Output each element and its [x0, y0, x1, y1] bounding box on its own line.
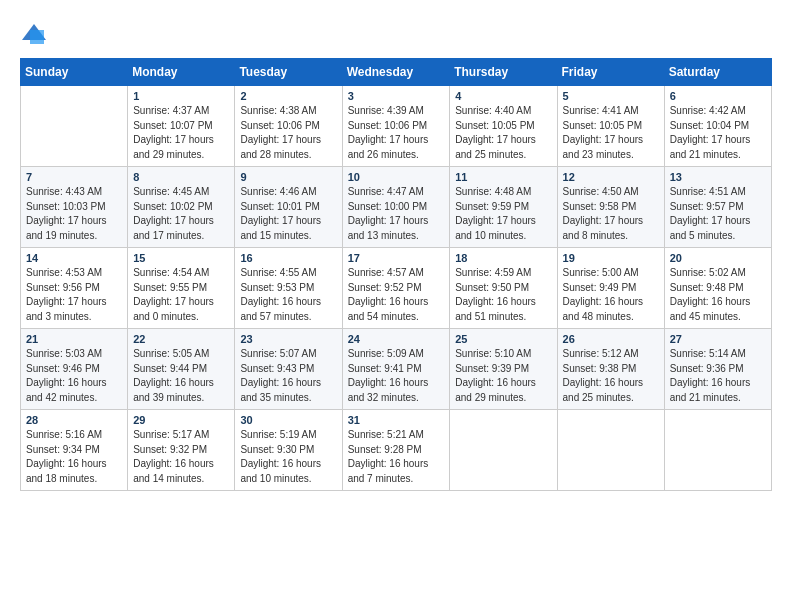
calendar-cell: 9Sunrise: 4:46 AM Sunset: 10:01 PM Dayli…: [235, 167, 342, 248]
calendar-cell: 24Sunrise: 5:09 AM Sunset: 9:41 PM Dayli…: [342, 329, 450, 410]
logo-icon: [20, 20, 48, 48]
day-info: Sunrise: 5:14 AM Sunset: 9:36 PM Dayligh…: [670, 347, 766, 405]
weekday-header: Saturday: [664, 59, 771, 86]
calendar-cell: 14Sunrise: 4:53 AM Sunset: 9:56 PM Dayli…: [21, 248, 128, 329]
day-info: Sunrise: 5:00 AM Sunset: 9:49 PM Dayligh…: [563, 266, 659, 324]
day-info: Sunrise: 5:05 AM Sunset: 9:44 PM Dayligh…: [133, 347, 229, 405]
day-info: Sunrise: 4:48 AM Sunset: 9:59 PM Dayligh…: [455, 185, 551, 243]
calendar-cell: 16Sunrise: 4:55 AM Sunset: 9:53 PM Dayli…: [235, 248, 342, 329]
day-number: 28: [26, 414, 122, 426]
day-info: Sunrise: 4:57 AM Sunset: 9:52 PM Dayligh…: [348, 266, 445, 324]
day-info: Sunrise: 5:02 AM Sunset: 9:48 PM Dayligh…: [670, 266, 766, 324]
day-info: Sunrise: 4:40 AM Sunset: 10:05 PM Daylig…: [455, 104, 551, 162]
day-info: Sunrise: 4:37 AM Sunset: 10:07 PM Daylig…: [133, 104, 229, 162]
day-number: 19: [563, 252, 659, 264]
calendar-cell: [557, 410, 664, 491]
day-info: Sunrise: 5:09 AM Sunset: 9:41 PM Dayligh…: [348, 347, 445, 405]
day-number: 17: [348, 252, 445, 264]
calendar-cell: 19Sunrise: 5:00 AM Sunset: 9:49 PM Dayli…: [557, 248, 664, 329]
calendar-cell: 23Sunrise: 5:07 AM Sunset: 9:43 PM Dayli…: [235, 329, 342, 410]
day-info: Sunrise: 5:17 AM Sunset: 9:32 PM Dayligh…: [133, 428, 229, 486]
weekday-header: Tuesday: [235, 59, 342, 86]
day-number: 3: [348, 90, 445, 102]
day-info: Sunrise: 5:03 AM Sunset: 9:46 PM Dayligh…: [26, 347, 122, 405]
day-number: 26: [563, 333, 659, 345]
day-info: Sunrise: 4:47 AM Sunset: 10:00 PM Daylig…: [348, 185, 445, 243]
day-info: Sunrise: 5:12 AM Sunset: 9:38 PM Dayligh…: [563, 347, 659, 405]
calendar-cell: 8Sunrise: 4:45 AM Sunset: 10:02 PM Dayli…: [128, 167, 235, 248]
calendar-cell: 25Sunrise: 5:10 AM Sunset: 9:39 PM Dayli…: [450, 329, 557, 410]
day-number: 4: [455, 90, 551, 102]
day-number: 14: [26, 252, 122, 264]
calendar-cell: 6Sunrise: 4:42 AM Sunset: 10:04 PM Dayli…: [664, 86, 771, 167]
day-number: 1: [133, 90, 229, 102]
calendar-cell: [21, 86, 128, 167]
calendar-cell: 30Sunrise: 5:19 AM Sunset: 9:30 PM Dayli…: [235, 410, 342, 491]
weekday-header: Thursday: [450, 59, 557, 86]
day-number: 8: [133, 171, 229, 183]
calendar-cell: 12Sunrise: 4:50 AM Sunset: 9:58 PM Dayli…: [557, 167, 664, 248]
day-number: 29: [133, 414, 229, 426]
day-number: 16: [240, 252, 336, 264]
day-number: 7: [26, 171, 122, 183]
day-number: 9: [240, 171, 336, 183]
day-number: 5: [563, 90, 659, 102]
day-info: Sunrise: 5:16 AM Sunset: 9:34 PM Dayligh…: [26, 428, 122, 486]
svg-marker-2: [30, 30, 44, 44]
day-info: Sunrise: 4:53 AM Sunset: 9:56 PM Dayligh…: [26, 266, 122, 324]
calendar-cell: 5Sunrise: 4:41 AM Sunset: 10:05 PM Dayli…: [557, 86, 664, 167]
weekday-header: Wednesday: [342, 59, 450, 86]
day-number: 21: [26, 333, 122, 345]
calendar-cell: 31Sunrise: 5:21 AM Sunset: 9:28 PM Dayli…: [342, 410, 450, 491]
calendar-cell: 13Sunrise: 4:51 AM Sunset: 9:57 PM Dayli…: [664, 167, 771, 248]
day-number: 15: [133, 252, 229, 264]
day-info: Sunrise: 4:51 AM Sunset: 9:57 PM Dayligh…: [670, 185, 766, 243]
calendar-week-row: 7Sunrise: 4:43 AM Sunset: 10:03 PM Dayli…: [21, 167, 772, 248]
calendar-cell: 10Sunrise: 4:47 AM Sunset: 10:00 PM Dayl…: [342, 167, 450, 248]
calendar-cell: 28Sunrise: 5:16 AM Sunset: 9:34 PM Dayli…: [21, 410, 128, 491]
day-info: Sunrise: 4:46 AM Sunset: 10:01 PM Daylig…: [240, 185, 336, 243]
day-number: 24: [348, 333, 445, 345]
day-number: 31: [348, 414, 445, 426]
calendar-week-row: 21Sunrise: 5:03 AM Sunset: 9:46 PM Dayli…: [21, 329, 772, 410]
calendar-cell: 1Sunrise: 4:37 AM Sunset: 10:07 PM Dayli…: [128, 86, 235, 167]
calendar-body: 1Sunrise: 4:37 AM Sunset: 10:07 PM Dayli…: [21, 86, 772, 491]
calendar-cell: 29Sunrise: 5:17 AM Sunset: 9:32 PM Dayli…: [128, 410, 235, 491]
day-number: 23: [240, 333, 336, 345]
calendar-cell: 22Sunrise: 5:05 AM Sunset: 9:44 PM Dayli…: [128, 329, 235, 410]
day-number: 6: [670, 90, 766, 102]
calendar-cell: 21Sunrise: 5:03 AM Sunset: 9:46 PM Dayli…: [21, 329, 128, 410]
day-number: 20: [670, 252, 766, 264]
calendar-week-row: 1Sunrise: 4:37 AM Sunset: 10:07 PM Dayli…: [21, 86, 772, 167]
calendar-cell: 26Sunrise: 5:12 AM Sunset: 9:38 PM Dayli…: [557, 329, 664, 410]
logo: [20, 20, 52, 48]
day-info: Sunrise: 5:19 AM Sunset: 9:30 PM Dayligh…: [240, 428, 336, 486]
calendar-cell: 15Sunrise: 4:54 AM Sunset: 9:55 PM Dayli…: [128, 248, 235, 329]
day-info: Sunrise: 5:21 AM Sunset: 9:28 PM Dayligh…: [348, 428, 445, 486]
calendar-cell: 7Sunrise: 4:43 AM Sunset: 10:03 PM Dayli…: [21, 167, 128, 248]
calendar-header: SundayMondayTuesdayWednesdayThursdayFrid…: [21, 59, 772, 86]
day-number: 30: [240, 414, 336, 426]
day-info: Sunrise: 4:43 AM Sunset: 10:03 PM Daylig…: [26, 185, 122, 243]
calendar-cell: 20Sunrise: 5:02 AM Sunset: 9:48 PM Dayli…: [664, 248, 771, 329]
day-number: 10: [348, 171, 445, 183]
calendar-cell: 18Sunrise: 4:59 AM Sunset: 9:50 PM Dayli…: [450, 248, 557, 329]
calendar-cell: 17Sunrise: 4:57 AM Sunset: 9:52 PM Dayli…: [342, 248, 450, 329]
day-info: Sunrise: 4:50 AM Sunset: 9:58 PM Dayligh…: [563, 185, 659, 243]
day-info: Sunrise: 5:07 AM Sunset: 9:43 PM Dayligh…: [240, 347, 336, 405]
day-number: 11: [455, 171, 551, 183]
calendar-cell: [450, 410, 557, 491]
day-info: Sunrise: 4:41 AM Sunset: 10:05 PM Daylig…: [563, 104, 659, 162]
header: [20, 20, 772, 48]
day-info: Sunrise: 4:55 AM Sunset: 9:53 PM Dayligh…: [240, 266, 336, 324]
day-number: 22: [133, 333, 229, 345]
calendar-week-row: 14Sunrise: 4:53 AM Sunset: 9:56 PM Dayli…: [21, 248, 772, 329]
day-number: 13: [670, 171, 766, 183]
day-number: 27: [670, 333, 766, 345]
day-number: 18: [455, 252, 551, 264]
calendar-cell: 2Sunrise: 4:38 AM Sunset: 10:06 PM Dayli…: [235, 86, 342, 167]
weekday-header: Friday: [557, 59, 664, 86]
day-info: Sunrise: 4:54 AM Sunset: 9:55 PM Dayligh…: [133, 266, 229, 324]
calendar-table: SundayMondayTuesdayWednesdayThursdayFrid…: [20, 58, 772, 491]
weekday-header: Monday: [128, 59, 235, 86]
